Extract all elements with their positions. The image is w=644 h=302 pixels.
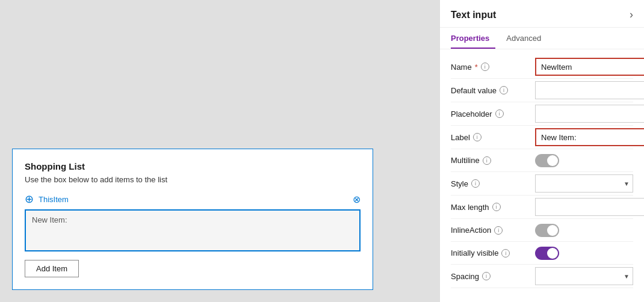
this-item-label: ThisItem: [39, 195, 353, 204]
prop-row-multiline: Multiline i: [451, 149, 633, 172]
panel-tabs: Properties Advanced: [440, 28, 644, 49]
initially-visible-toggle[interactable]: [535, 247, 559, 260]
close-icon[interactable]: ⊗: [353, 194, 361, 205]
item-row: ⊕ ThisItem ⊗: [25, 193, 361, 206]
prop-label-placeholder: Placeholder i: [451, 109, 535, 119]
required-star: *: [475, 63, 478, 72]
name-input[interactable]: [535, 58, 644, 76]
prop-label-label: Label i: [451, 133, 535, 142]
prop-label-max-length: Max length i: [451, 203, 535, 212]
prop-label-default-value: Default value i: [451, 86, 535, 95]
prop-label-style: Style i: [451, 179, 535, 188]
inline-action-info-icon: i: [494, 226, 503, 235]
style-select[interactable]: Default Password: [535, 174, 633, 193]
text-input-label-text: New Item:: [32, 215, 67, 224]
max-length-info-icon: i: [492, 203, 501, 211]
panel-header: Text input ›: [440, 0, 644, 28]
spacing-select-wrapper: None Small Medium Large ExtraLarge ▼: [535, 267, 633, 285]
prop-row-initially-visible: Initially visible i: [451, 242, 633, 265]
panel-title: Text input: [451, 10, 496, 20]
style-select-wrapper: Default Password ▼: [535, 174, 633, 193]
default-value-input[interactable]: [535, 81, 644, 99]
prop-label-name: Name * i: [451, 63, 535, 72]
prop-label-multiline: Multiline i: [451, 156, 535, 165]
prop-row-default-value: Default value i: [451, 79, 633, 102]
card-title: Shopping List: [25, 161, 361, 171]
prop-label-inline-action: InlineAction i: [451, 226, 535, 235]
shopping-list-card: Shopping List Use the box below to add i…: [12, 149, 373, 290]
name-info-icon: i: [481, 63, 489, 71]
canvas-area: Shopping List Use the box below to add i…: [0, 0, 439, 302]
prop-row-inline-action: InlineAction i: [451, 219, 633, 242]
tab-advanced[interactable]: Advanced: [506, 28, 547, 49]
max-length-input[interactable]: [535, 198, 644, 216]
label-info-icon: i: [473, 133, 481, 141]
prop-row-style: Style i Default Password ▼: [451, 172, 633, 196]
prop-row-label: Label i: [451, 126, 633, 149]
prop-label-spacing: Spacing i: [451, 272, 535, 281]
tab-properties[interactable]: Properties: [451, 28, 495, 49]
prop-row-name: Name * i: [451, 55, 633, 79]
properties-body: Name * i Default value i Placeholder i: [440, 49, 644, 302]
card-subtitle: Use the box below to add items to the li…: [25, 175, 361, 184]
spacing-select[interactable]: None Small Medium Large ExtraLarge: [535, 267, 633, 285]
inline-action-toggle[interactable]: [535, 224, 559, 237]
multiline-info-icon: i: [483, 156, 491, 165]
label-input[interactable]: [535, 128, 644, 146]
default-value-info-icon: i: [500, 86, 508, 94]
add-item-button[interactable]: Add Item: [25, 260, 79, 277]
spacing-info-icon: i: [482, 272, 491, 280]
drag-icon[interactable]: ⊕: [25, 193, 34, 206]
initially-visible-info-icon: i: [501, 249, 510, 257]
text-input-preview: New Item:: [25, 209, 361, 251]
prop-label-initially-visible: Initially visible i: [451, 248, 535, 257]
prop-row-spacing: Spacing i None Small Medium Large ExtraL…: [451, 265, 633, 288]
panel-chevron-icon[interactable]: ›: [630, 8, 633, 21]
placeholder-input[interactable]: [535, 105, 644, 123]
prop-row-max-length: Max length i: [451, 196, 633, 219]
style-info-icon: i: [471, 179, 480, 188]
prop-row-placeholder: Placeholder i: [451, 102, 633, 126]
right-panel: Text input › Properties Advanced Name * …: [439, 0, 644, 302]
multiline-toggle[interactable]: [535, 154, 559, 167]
placeholder-info-icon: i: [495, 109, 504, 118]
